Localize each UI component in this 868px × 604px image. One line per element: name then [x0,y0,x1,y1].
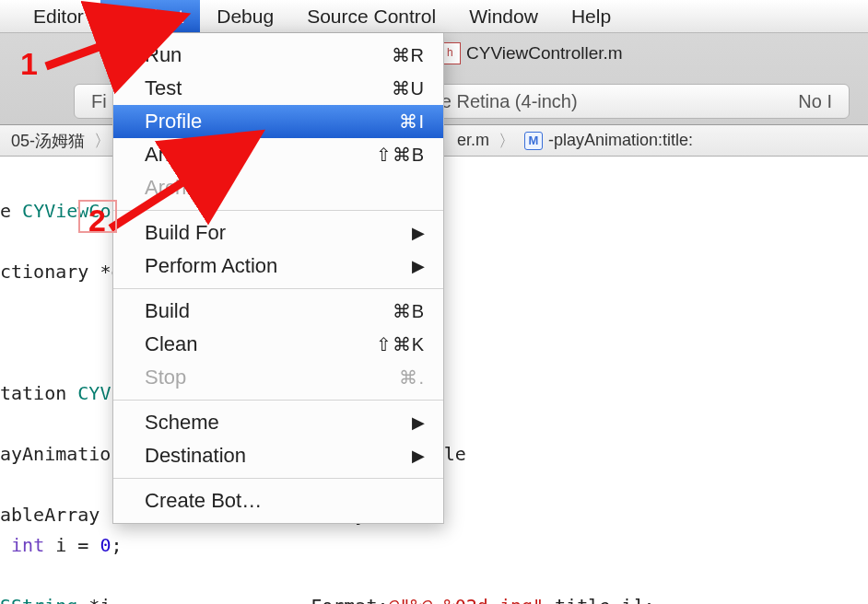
code-text: Format: [311,595,388,604]
jump-file[interactable]: er.m [457,131,489,150]
status-right: No I [777,91,832,112]
menu-item-stop: Stop ⌘. [113,361,443,394]
menu-source-control[interactable]: Source Control [290,0,452,32]
menu-item-label: Test [145,76,392,100]
menu-separator [113,210,443,211]
jump-project[interactable]: 05-汤姆猫 [11,130,85,152]
menu-item-shortcut: ⇧⌘K [376,333,425,355]
jump-symbol[interactable]: -playAnimation:title: [548,131,693,150]
code-text: ctionary [0,261,100,283]
menu-item-shortcut: ⌘U [392,77,425,99]
code-text: ,title,i]; [544,595,654,604]
menu-item-shortcut: ⌘R [392,44,425,66]
menu-item-shortcut: ⌘B [393,300,425,322]
menu-item-label: Run [145,43,392,67]
menu-item-analyze[interactable]: Analyze ⇧⌘B [113,138,443,171]
menu-item-label: Analyze [145,143,376,167]
menu-item-destination[interactable]: Destination ▶ [113,439,443,472]
menu-item-shortcut: ⇧⌘B [376,144,425,166]
menu-item-test[interactable]: Test ⌘U [113,72,443,105]
menu-item-label: Stop [145,366,399,389]
menu-item-label: Clean [145,332,376,356]
code-text: i = [44,534,100,556]
menu-item-label: Archive [145,176,425,200]
editor-tab[interactable]: CYViewController.m [442,42,623,64]
menu-item-label: Scheme [145,411,412,435]
annotation-number-1: 1 [20,46,38,82]
menu-item-run[interactable]: Run ⌘R [113,39,443,72]
menu-item-archive: Archive [113,171,443,204]
menu-item-clean[interactable]: Clean ⇧⌘K [113,328,443,361]
menu-item-label: Perform Action [145,254,412,278]
submenu-arrow-icon: ▶ [412,256,425,276]
objc-header-icon [442,42,461,64]
menu-item-label: Build [145,299,393,323]
menu-item-profile[interactable]: Profile ⌘I [113,105,443,138]
menubar: Editor Product Debug Source Control Wind… [0,0,868,33]
code-type: SString [0,595,77,604]
menu-item-label: Profile [145,110,399,134]
code-string: @"%@_%02d.jpg" [388,595,544,604]
menu-help[interactable]: Help [555,0,628,32]
menu-item-label: Build For [145,221,412,245]
annotation-number-2: 2 [88,203,106,238]
menu-separator [113,288,443,289]
menu-item-label: Destination [145,444,412,468]
code-text: tation [0,382,77,404]
jump-separator: 〉 [499,130,515,152]
code-type: CYV [77,382,111,404]
menu-item-shortcut: ⌘I [399,110,425,133]
code-keyword: int [11,534,44,556]
menu-item-perform-action[interactable]: Perform Action ▶ [113,250,443,283]
menu-item-build[interactable]: Build ⌘B [113,295,443,328]
menu-item-build-for[interactable]: Build For ▶ [113,216,443,250]
code-number: 0 [100,534,111,556]
menu-separator [113,478,443,479]
code-text: e [0,200,22,222]
submenu-arrow-icon: ▶ [412,412,425,433]
menu-product[interactable]: Product [100,0,200,32]
menu-item-shortcut: ⌘. [399,366,425,389]
menu-window[interactable]: Window [452,0,555,32]
menu-item-scheme[interactable]: Scheme ▶ [113,406,443,439]
menu-item-label: Create Bot… [145,489,425,513]
menu-separator [113,400,443,401]
method-icon: M [524,132,543,150]
jump-separator: 〉 [94,130,111,152]
menu-debug[interactable]: Debug [200,0,290,32]
code-text: ayAnimatio [0,443,111,465]
editor-tab-filename: CYViewController.m [466,43,623,64]
code-text: *i [77,595,111,604]
submenu-arrow-icon: ▶ [412,223,425,243]
code-text: ; [111,534,122,556]
submenu-arrow-icon: ▶ [412,446,425,466]
menu-editor[interactable]: Editor [17,0,100,32]
product-menu-dropdown: Run ⌘R Test ⌘U Profile ⌘I Analyze ⇧⌘B Ar… [112,33,444,524]
code-text: ableArray [0,504,111,526]
menu-item-create-bot[interactable]: Create Bot… [113,484,443,517]
